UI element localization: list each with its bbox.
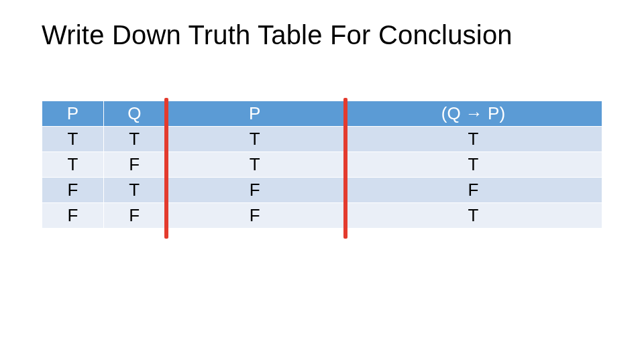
- cell: T: [344, 127, 602, 152]
- cell: T: [42, 152, 104, 178]
- col-header-q: Q: [103, 101, 165, 127]
- cell: T: [42, 127, 104, 152]
- cell: F: [165, 203, 344, 229]
- table-row: F F F T: [42, 203, 602, 229]
- table-row: F T F F: [42, 178, 602, 203]
- cell: F: [165, 178, 344, 203]
- separator-line: [343, 98, 347, 239]
- cell: F: [42, 178, 104, 203]
- cell: T: [344, 203, 602, 229]
- cell: F: [103, 152, 165, 178]
- table-header-row: P Q P (Q → P): [42, 101, 602, 127]
- cell: F: [42, 203, 104, 229]
- truth-table: P Q P (Q → P) T T T T T F T T F T F: [42, 101, 602, 229]
- table-row: T T T T: [42, 127, 602, 152]
- cell: T: [165, 152, 344, 178]
- cell: F: [344, 178, 602, 203]
- col-header-p-copy: P: [165, 101, 344, 127]
- cell: T: [344, 152, 602, 178]
- table-row: T F T T: [42, 152, 602, 178]
- cell: T: [103, 178, 165, 203]
- separator-line: [164, 98, 168, 239]
- col-header-q-imp-p: (Q → P): [344, 101, 602, 127]
- slide-title: Write Down Truth Table For Conclusion: [42, 20, 513, 50]
- cell: F: [103, 203, 165, 229]
- cell: T: [103, 127, 165, 152]
- cell: T: [165, 127, 344, 152]
- col-header-p: P: [42, 101, 104, 127]
- truth-table-container: P Q P (Q → P) T T T T T F T T F T F: [42, 101, 602, 229]
